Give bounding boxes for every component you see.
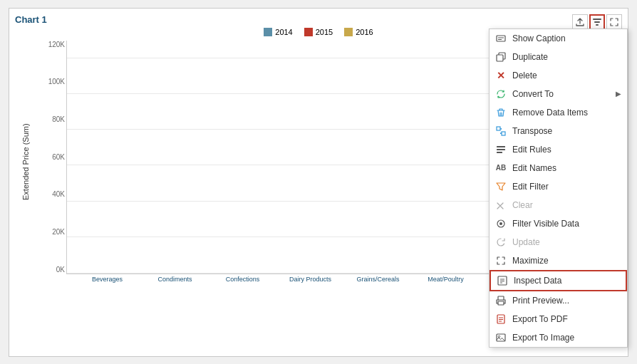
export-button[interactable] [572, 14, 588, 30]
menu-item-export-pdf[interactable]: Export To PDF [490, 310, 627, 328]
menu-item-inspect-data[interactable]: Inspect Data [490, 270, 627, 291]
x-label-condiments: Condiments [150, 276, 200, 283]
convert-arrow: ▶ [616, 90, 621, 98]
menu-label-export-pdf: Export To PDF [512, 314, 620, 324]
x-label-dairy: Dairy Products [286, 276, 336, 283]
svg-rect-7 [497, 55, 503, 61]
x-label-grains: Grains/Cereals [353, 276, 403, 283]
duplicate-icon [495, 51, 507, 63]
svg-rect-9 [502, 132, 505, 135]
print-icon [495, 295, 507, 306]
menu-item-export-image[interactable]: Export To Image [490, 328, 627, 347]
svg-rect-23 [498, 301, 504, 305]
menu-label-export-image: Export To Image [512, 333, 620, 343]
menu-item-show-caption[interactable]: Show Caption [490, 29, 627, 48]
menu-label-edit-rules: Edit Rules [512, 145, 620, 155]
svg-rect-22 [498, 296, 504, 300]
menu-item-print-preview[interactable]: Print Preview... [490, 291, 627, 310]
update-icon [495, 236, 507, 248]
y-label-120: 120K [40, 41, 65, 48]
menu-label-maximize: Maximize [512, 256, 620, 266]
delete-icon: ✕ [495, 70, 507, 81]
legend-item-2014: 2014 [264, 28, 292, 36]
legend-color-2014 [264, 28, 272, 36]
menu-item-update: Update [490, 233, 627, 251]
menu-item-duplicate[interactable]: Duplicate [490, 48, 627, 66]
menu-label-inspect-data: Inspect Data [514, 276, 618, 286]
x-label-confections: Confections [218, 276, 268, 283]
menu-item-remove-data[interactable]: Remove Data Items [490, 103, 627, 122]
legend-item-2015: 2015 [304, 28, 333, 36]
menu-label-show-caption: Show Caption [512, 33, 620, 43]
menu-label-edit-filter: Edit Filter [512, 182, 620, 192]
svg-point-17 [499, 222, 502, 225]
menu-label-convert-to: Convert To [512, 89, 620, 99]
menu-label-edit-names: Edit Names [512, 163, 620, 173]
caption-icon [495, 33, 507, 44]
edit-filter-icon [495, 181, 507, 192]
inspect-icon [497, 275, 508, 286]
menu-item-clear: Clear [490, 196, 627, 214]
chart-title: Chart 1 [15, 14, 622, 25]
legend-color-2016 [344, 28, 353, 36]
menu-item-delete[interactable]: ✕ Delete [490, 66, 627, 85]
menu-item-edit-filter[interactable]: Edit Filter [490, 177, 627, 196]
pdf-icon [495, 313, 507, 325]
legend-label-2015: 2015 [316, 28, 333, 36]
menu-label-transpose: Transpose [512, 126, 620, 136]
svg-rect-13 [497, 149, 505, 150]
svg-rect-3 [497, 36, 505, 41]
x-label-beverages: Beverages [83, 276, 133, 283]
clear-icon [495, 199, 507, 211]
menu-item-edit-rules[interactable]: Edit Rules [490, 140, 627, 159]
menu-label-remove-data: Remove Data Items [512, 108, 620, 118]
menu-label-print-preview: Print Preview... [512, 296, 620, 306]
edit-names-icon: AB [495, 162, 507, 174]
convert-icon [495, 88, 507, 100]
menu-item-maximize[interactable]: Maximize [490, 251, 627, 270]
x-label-meat: Meat/Poultry [421, 276, 471, 283]
y-label-80: 80K [40, 115, 65, 123]
chart-toolbar [572, 14, 622, 30]
svg-point-26 [498, 336, 499, 337]
filter-button[interactable] [589, 14, 605, 30]
image-icon [495, 332, 507, 343]
legend-color-2015 [304, 28, 313, 36]
legend-label-2016: 2016 [356, 28, 373, 36]
transpose-icon [495, 125, 507, 137]
svg-rect-14 [497, 152, 502, 153]
y-axis-label: Extended Price (Sum) [15, 41, 36, 283]
svg-rect-12 [497, 146, 505, 147]
menu-item-transpose[interactable]: Transpose [490, 122, 627, 140]
svg-marker-15 [497, 183, 505, 190]
y-label-100: 100K [40, 78, 65, 85]
menu-label-filter-visible: Filter Visible Data [512, 219, 620, 229]
remove-data-icon [495, 107, 507, 118]
maximize-icon [495, 255, 507, 266]
menu-label-update: Update [512, 237, 620, 247]
filter-visible-icon [495, 218, 507, 229]
menu-label-delete: Delete [512, 71, 620, 80]
y-axis-labels: 0K 20K 40K 60K 80K 100K 120K [40, 41, 65, 274]
chart-container: Chart 1 2014 2015 [9, 8, 628, 357]
y-label-20: 20K [40, 228, 65, 236]
y-label-0: 0K [40, 266, 65, 274]
y-label-60: 60K [40, 153, 65, 161]
legend-item-2016: 2016 [344, 28, 373, 36]
y-label-40: 40K [40, 190, 65, 198]
expand-button[interactable] [606, 14, 622, 30]
svg-rect-8 [497, 127, 500, 130]
svg-rect-0 [593, 19, 601, 20]
legend-label-2014: 2014 [275, 28, 292, 36]
edit-rules-icon [495, 144, 507, 155]
context-menu: Show Caption Duplicate ✕ Delete Convert … [489, 28, 628, 348]
menu-item-filter-visible[interactable]: Filter Visible Data [490, 214, 627, 233]
menu-label-duplicate: Duplicate [512, 52, 620, 62]
menu-label-clear: Clear [512, 200, 620, 210]
menu-item-convert-to[interactable]: Convert To ▶ [490, 85, 627, 103]
menu-item-edit-names[interactable]: AB Edit Names [490, 159, 627, 177]
svg-rect-2 [596, 24, 599, 26]
svg-rect-1 [594, 21, 600, 23]
